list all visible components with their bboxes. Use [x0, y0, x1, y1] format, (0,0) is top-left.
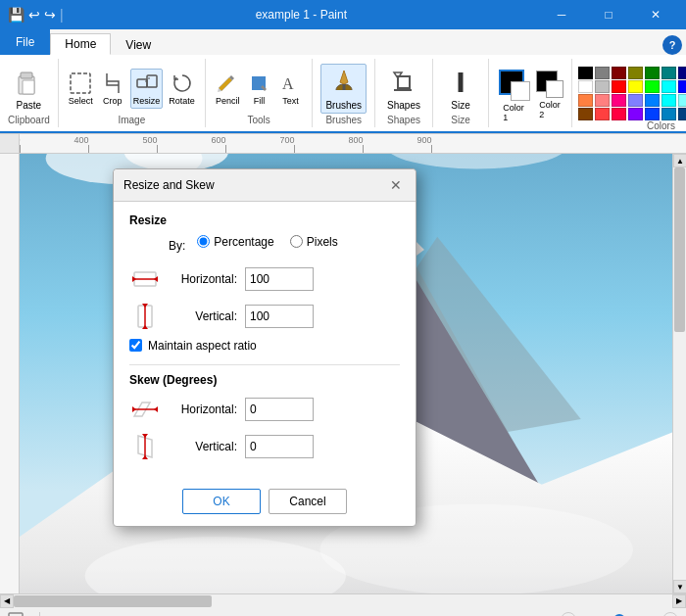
- color-swatch[interactable]: [662, 108, 676, 120]
- scroll-thumb[interactable]: [674, 167, 685, 332]
- scroll-h-track[interactable]: [14, 594, 672, 608]
- resize-label: Resize: [133, 96, 161, 106]
- pixels-radio[interactable]: Pixels: [290, 235, 338, 249]
- crop-label: Crop: [103, 96, 122, 106]
- help-button[interactable]: ?: [662, 35, 682, 55]
- color-swatch[interactable]: [628, 108, 643, 120]
- vertical-resize-input[interactable]: [245, 305, 314, 328]
- vertical-resize-row: Vertical:: [129, 302, 400, 331]
- zoom-controls: 100% − +: [529, 612, 678, 617]
- rotate-button[interactable]: Rotate: [167, 70, 197, 108]
- color-swatch[interactable]: [578, 108, 593, 120]
- image-group: Select Crop Resize Rotate Image: [59, 59, 206, 127]
- brushes-group-label: Brushes: [325, 115, 362, 127]
- dialog-buttons: OK Cancel: [114, 481, 416, 526]
- text-button[interactable]: A Text: [276, 70, 304, 108]
- crop-button[interactable]: Crop: [99, 70, 126, 108]
- scrollbar-horizontal[interactable]: ◀ ▶: [0, 593, 686, 607]
- color-selection-group: Color1 Color2: [489, 59, 572, 127]
- maintain-aspect-checkbox[interactable]: [129, 339, 142, 352]
- tab-home[interactable]: Home: [50, 33, 111, 55]
- scroll-track[interactable]: [673, 167, 686, 580]
- status-sep1: [39, 612, 40, 617]
- svg-rect-34: [9, 613, 23, 617]
- color-swatch[interactable]: [612, 108, 626, 120]
- color-swatch[interactable]: [662, 94, 676, 107]
- scroll-right-button[interactable]: ▶: [672, 594, 686, 608]
- pixels-radio-input[interactable]: [290, 235, 303, 248]
- horizontal-resize-input[interactable]: [245, 267, 314, 291]
- zoom-minus-button[interactable]: −: [561, 612, 576, 617]
- color-swatch[interactable]: [678, 80, 686, 93]
- vertical-resize-label: Vertical:: [169, 309, 237, 323]
- color-swatch[interactable]: [595, 67, 610, 79]
- color-swatch[interactable]: [645, 94, 660, 107]
- color-swatch[interactable]: [578, 67, 593, 79]
- horizontal-skew-input[interactable]: [245, 398, 314, 421]
- size-button[interactable]: Size: [441, 65, 480, 113]
- color-swatch[interactable]: [578, 94, 593, 107]
- color-swatch[interactable]: [678, 67, 686, 79]
- ruler-h-track: 300400500600700800900: [20, 134, 686, 153]
- svg-rect-9: [398, 76, 410, 88]
- color-swatch[interactable]: [645, 108, 660, 120]
- percentage-radio[interactable]: Percentage: [197, 235, 273, 249]
- quick-access-toolbar: 💾 ↩ ↪ |: [8, 7, 64, 23]
- cancel-button[interactable]: Cancel: [269, 489, 347, 514]
- svg-rect-2: [23, 80, 34, 94]
- shapes-group-label: Shapes: [387, 115, 420, 127]
- color-swatch[interactable]: [612, 94, 626, 107]
- percentage-label: Percentage: [214, 235, 273, 249]
- color-swatch[interactable]: [678, 94, 686, 107]
- svg-marker-47: [154, 406, 158, 412]
- percentage-radio-input[interactable]: [197, 235, 210, 248]
- minimize-button[interactable]: ─: [539, 0, 584, 29]
- color-swatch[interactable]: [595, 108, 610, 120]
- color-swatch[interactable]: [628, 67, 643, 79]
- shapes-button[interactable]: Shapes: [383, 65, 424, 113]
- redo-icon[interactable]: ↪: [44, 7, 56, 23]
- vertical-skew-input[interactable]: [245, 435, 314, 458]
- ruler-mark: 300: [20, 145, 21, 153]
- pencil-button[interactable]: Pencil: [214, 70, 242, 108]
- scroll-h-thumb[interactable]: [14, 595, 212, 607]
- horizontal-resize-icon: [129, 264, 161, 294]
- save-icon[interactable]: 💾: [8, 7, 24, 23]
- color1-box[interactable]: [497, 68, 530, 101]
- scroll-left-button[interactable]: ◀: [0, 594, 14, 608]
- color-swatch[interactable]: [645, 80, 660, 93]
- size-group-label: Size: [451, 115, 469, 127]
- color-swatch[interactable]: [595, 80, 610, 93]
- color-swatch[interactable]: [595, 94, 610, 107]
- tab-view[interactable]: View: [111, 33, 166, 55]
- color-swatch[interactable]: [628, 80, 643, 93]
- svg-rect-3: [71, 73, 90, 93]
- color-swatch[interactable]: [612, 80, 626, 93]
- color-swatch[interactable]: [662, 67, 676, 79]
- tab-file[interactable]: File: [0, 29, 50, 55]
- scroll-up-button[interactable]: ▲: [673, 154, 686, 167]
- select-button[interactable]: Select: [67, 70, 95, 108]
- color-swatch[interactable]: [678, 108, 686, 120]
- color-swatch[interactable]: [578, 80, 593, 93]
- undo-icon[interactable]: ↩: [28, 7, 40, 23]
- zoom-plus-button[interactable]: +: [662, 612, 678, 617]
- color-swatch[interactable]: [612, 67, 626, 79]
- resize-button[interactable]: Resize: [130, 69, 164, 109]
- ok-button[interactable]: OK: [182, 489, 261, 514]
- paste-button[interactable]: Paste: [9, 65, 48, 113]
- by-label: By:: [169, 239, 185, 253]
- fill-button[interactable]: Fill: [245, 70, 272, 108]
- color-swatch[interactable]: [662, 80, 676, 93]
- color2-box[interactable]: [536, 71, 564, 98]
- dialog-body: Resize By: Percentage Pixels: [114, 202, 416, 481]
- brushes-button[interactable]: Brushes: [320, 64, 367, 114]
- scroll-down-button[interactable]: ▼: [673, 580, 686, 593]
- maximize-button[interactable]: □: [586, 0, 631, 29]
- dialog-close-button[interactable]: ✕: [386, 175, 406, 195]
- color-swatch[interactable]: [628, 94, 643, 107]
- close-button[interactable]: ✕: [633, 0, 678, 29]
- scrollbar-vertical[interactable]: ▲ ▼: [672, 154, 686, 593]
- colors-label: Colors: [578, 120, 686, 131]
- color-swatch[interactable]: [645, 67, 660, 79]
